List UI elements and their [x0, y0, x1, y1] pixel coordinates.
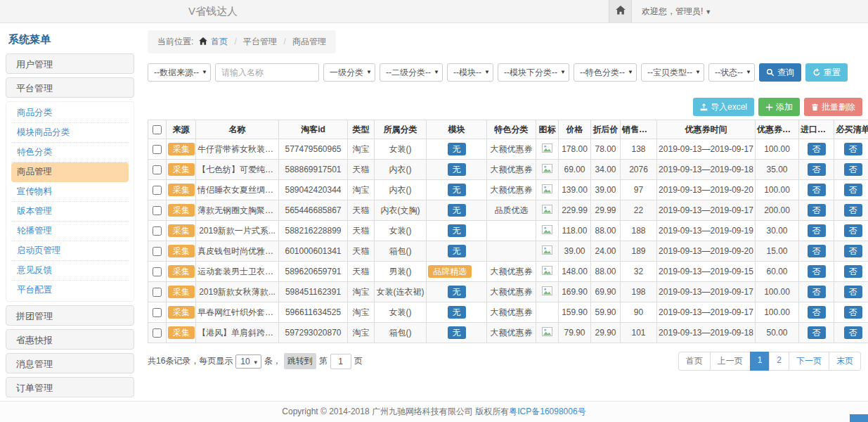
module-badge[interactable]: 无 [448, 204, 466, 217]
page-button[interactable]: 末页 [829, 352, 861, 371]
row-checkbox[interactable] [153, 145, 162, 154]
sidebar-item[interactable]: 轮播管理 [11, 222, 129, 241]
reset-button[interactable]: 重置 [805, 63, 848, 82]
name-search-input[interactable] [215, 63, 319, 82]
must-buy-toggle[interactable]: 否 [844, 224, 862, 237]
table-row: 采集2019新款一片式系...588216228899天猫女装()无118.00… [148, 221, 868, 241]
imported-toggle[interactable]: 否 [808, 204, 826, 217]
jump-button[interactable]: 跳转到 [284, 353, 316, 369]
row-checkbox[interactable] [153, 328, 162, 338]
imported-toggle[interactable]: 否 [808, 326, 826, 339]
must-buy-toggle[interactable]: 否 [844, 286, 862, 298]
sidebar-section[interactable]: 用户管理 [6, 53, 134, 74]
select-all-checkbox[interactable] [153, 125, 162, 134]
row-checkbox[interactable] [153, 226, 162, 236]
filter-select[interactable]: --模块--▼ [447, 63, 493, 82]
filter-select[interactable]: --数据来源--▼ [148, 63, 211, 82]
row-checkbox[interactable] [153, 247, 162, 256]
sidebar-item[interactable]: 商品管理 [11, 162, 129, 182]
sidebar-section[interactable]: 平台管理 [6, 77, 134, 98]
back-to-top-button[interactable] [850, 414, 868, 422]
row-checkbox[interactable] [153, 267, 162, 276]
column-header: 模块 [427, 120, 487, 139]
filter-select-label: --状态-- [715, 68, 743, 77]
page-button[interactable]: 1 [750, 352, 770, 371]
page-button[interactable]: 上一页 [710, 352, 751, 371]
user-menu[interactable]: 欢迎您，管理员!▼ [642, 6, 711, 18]
sidebar-section[interactable]: 拼团管理 [6, 305, 134, 326]
sidebar-item[interactable]: 特色分类 [11, 143, 129, 162]
imported-cell: 否 [799, 221, 834, 241]
product-name-cell: 牛仔背带裤女秋装减龄... [196, 139, 279, 160]
must-buy-toggle[interactable]: 否 [844, 245, 862, 257]
imported-cell: 否 [799, 241, 834, 262]
icon-cell [536, 262, 559, 282]
must-buy-toggle[interactable]: 否 [844, 306, 862, 319]
page-button[interactable]: 下一页 [789, 352, 829, 371]
sidebar-item[interactable]: 模块商品分类 [11, 123, 129, 143]
module-badge[interactable]: 无 [448, 224, 466, 237]
must-buy-toggle[interactable]: 否 [844, 265, 862, 278]
imported-toggle[interactable]: 否 [808, 184, 826, 196]
imported-toggle[interactable]: 否 [808, 224, 826, 237]
sidebar-item[interactable]: 版本管理 [11, 202, 129, 222]
filter-select[interactable]: --二级分类--▼ [380, 63, 443, 82]
row-select-cell [148, 160, 167, 180]
home-button[interactable] [609, 0, 632, 23]
imported-toggle[interactable]: 否 [808, 143, 826, 155]
filter-select[interactable]: --特色分类--▼ [574, 63, 637, 82]
must-buy-toggle[interactable]: 否 [844, 184, 862, 196]
sidebar-item[interactable]: 宣传物料 [11, 182, 129, 202]
imported-toggle[interactable]: 否 [808, 245, 826, 257]
filter-select[interactable]: --宝贝类型--▼ [641, 63, 704, 82]
import-excel-button[interactable]: 导入excel [693, 98, 754, 116]
row-checkbox[interactable] [153, 288, 162, 297]
imported-toggle[interactable]: 否 [808, 163, 826, 176]
add-button[interactable]: 添加 [758, 98, 800, 116]
icp-link[interactable]: 粤ICP备16098006号 [509, 407, 585, 416]
batch-delete-button[interactable]: 批量删除 [804, 98, 862, 116]
per-page-select[interactable]: 10▼ [235, 354, 261, 369]
must-buy-toggle[interactable]: 否 [844, 204, 862, 217]
sidebar-item[interactable]: 平台配置 [11, 281, 129, 300]
module-badge[interactable]: 无 [448, 286, 466, 298]
module-badge[interactable]: 无 [448, 184, 466, 196]
caret-down-icon: ▼ [628, 64, 633, 81]
sidebar-section[interactable]: 订单管理 [6, 377, 134, 397]
filter-select[interactable]: 一级分类▼ [323, 63, 375, 82]
imported-toggle[interactable]: 否 [808, 306, 826, 319]
column-header: 必买清单 [834, 120, 868, 139]
feature-cell: 大额优惠券 [487, 139, 536, 160]
sidebar-section[interactable]: 省惠快报 [6, 329, 134, 350]
row-checkbox[interactable] [153, 165, 162, 174]
column-header: 类型 [348, 120, 375, 139]
row-checkbox[interactable] [153, 206, 162, 215]
search-button[interactable]: 查询 [759, 63, 801, 82]
row-checkbox[interactable] [153, 186, 162, 195]
filter-select[interactable]: --模块下分类--▼ [498, 63, 569, 82]
must-buy-toggle[interactable]: 否 [844, 143, 862, 155]
content-layout: 系统菜单 用户管理平台管理商品分类模块商品分类特色分类商品管理宣传物料版本管理轮… [0, 23, 868, 401]
module-badge[interactable]: 无 [448, 306, 466, 319]
breadcrumb-home-link[interactable]: 首页 [211, 37, 228, 46]
caret-down-icon: ▼ [366, 64, 372, 81]
discount-price-cell: 88.00 [591, 221, 621, 241]
sidebar-item[interactable]: 商品分类 [11, 103, 129, 123]
page-button[interactable]: 首页 [678, 352, 711, 371]
page-number-input[interactable] [330, 354, 351, 369]
sidebar-section[interactable]: 消息管理 [6, 353, 134, 373]
module-badge[interactable]: 无 [448, 143, 466, 155]
must-buy-toggle[interactable]: 否 [844, 326, 862, 339]
imported-toggle[interactable]: 否 [808, 265, 826, 278]
filter-select[interactable]: --状态--▼ [708, 63, 755, 82]
module-badge[interactable]: 无 [448, 326, 466, 339]
imported-toggle[interactable]: 否 [808, 286, 826, 298]
sidebar-item[interactable]: 意见反馈 [11, 261, 129, 281]
module-badge[interactable]: 无 [448, 163, 466, 176]
sidebar-item[interactable]: 启动页管理 [11, 241, 129, 261]
row-checkbox[interactable] [153, 308, 162, 317]
page-button[interactable]: 2 [769, 352, 789, 371]
coupon-amount-cell: 100.00 [756, 180, 799, 200]
module-badge[interactable]: 无 [448, 245, 466, 257]
must-buy-toggle[interactable]: 否 [844, 163, 862, 176]
